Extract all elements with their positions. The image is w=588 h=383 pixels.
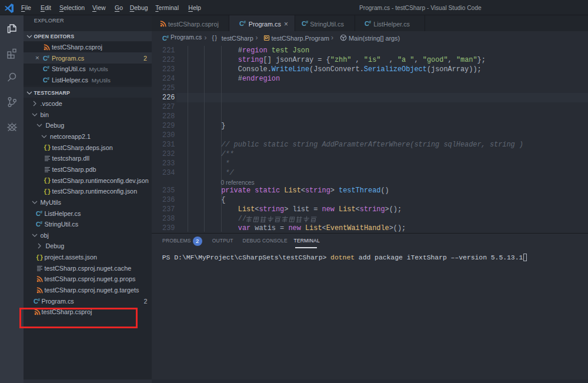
svg-text:#: # (369, 20, 371, 24)
svg-text:{}: {} (44, 144, 51, 151)
svg-text:#: # (166, 35, 169, 39)
svg-text:{}: {} (44, 188, 51, 195)
svg-text:{}: {} (44, 177, 51, 184)
svg-text:{}: {} (36, 254, 43, 261)
svg-text:#: # (243, 20, 246, 24)
svg-text:#: # (306, 20, 308, 24)
svg-text:#: # (40, 221, 42, 225)
svg-text:#: # (40, 210, 42, 214)
svg-text:#: # (47, 76, 49, 81)
svg-text:#: # (47, 55, 49, 59)
svg-text:#: # (47, 65, 49, 69)
svg-text:#: # (38, 298, 40, 302)
